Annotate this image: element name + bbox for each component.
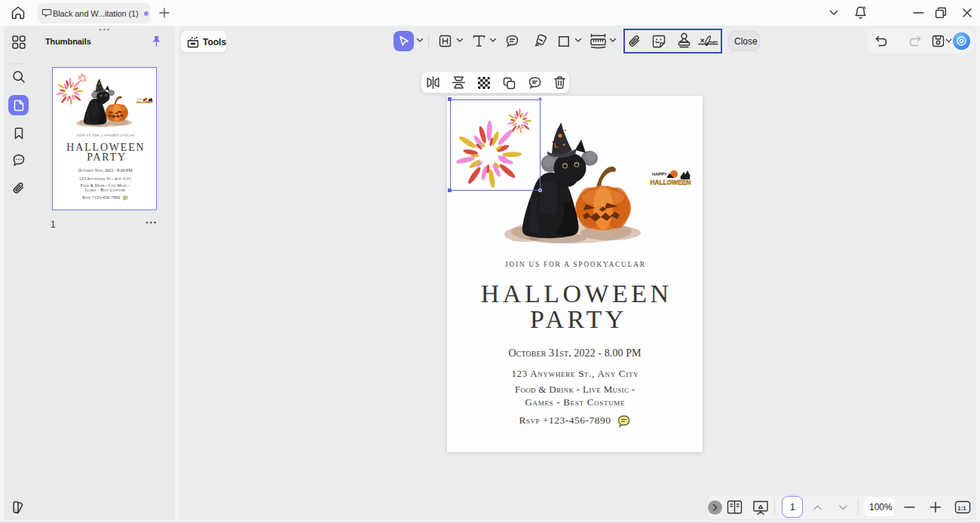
svg-text:1:1: 1:1 [957, 505, 966, 512]
